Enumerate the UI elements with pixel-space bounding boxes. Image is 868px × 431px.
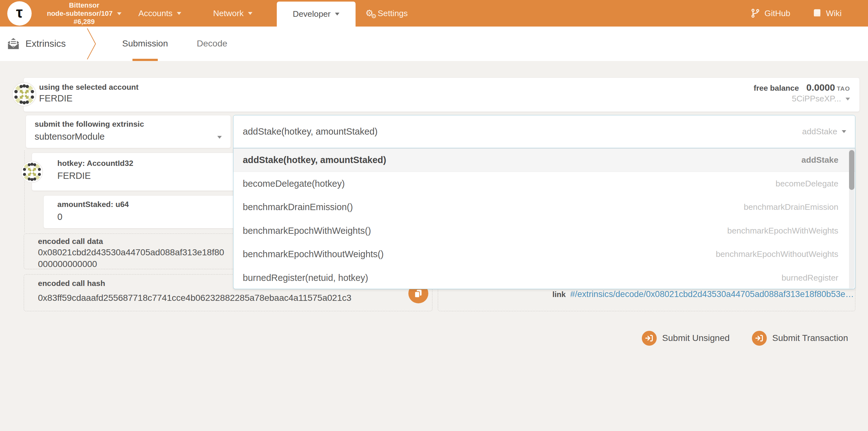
chain-selector[interactable]: Bittensor node-subtensor/107 #6,289 [34,1,134,26]
tab-bar: Extrinsics Submission Decode [0,27,868,61]
section-title: Extrinsics [26,38,66,49]
tau-logo-glyph: τ [16,5,23,20]
submit-unsigned-button[interactable]: Submit Unsigned [642,331,730,346]
tab-submission[interactable]: Submission [122,27,168,61]
nav-item-network[interactable]: Network [213,0,252,27]
module-value: subtensorModule [35,131,105,142]
account-name: FERDIE [39,93,73,104]
bittensor-logo[interactable]: τ [7,1,32,26]
chevron-down-icon [177,12,181,15]
module-select[interactable]: submit the following extrinsic subtensor… [26,115,231,148]
dropdown-scrollbar-thumb[interactable] [849,150,855,190]
account-label: using the selected account [39,83,139,92]
book-icon [813,8,822,18]
link-label: link [552,290,566,299]
selected-account-card: using the selected account FERDIE free b… [23,77,860,112]
action-buttons: Submit Unsigned Submit Transaction [642,331,848,346]
menu-item-addStake[interactable]: addStake(hotkey, amountStaked) addStake [234,148,855,172]
call-hash-label: encoded call hash [38,279,105,288]
menu-item-burnedRegister[interactable]: burnedRegister(netuid, hotkey) burnedReg… [234,266,855,289]
chain-name: Bittensor [34,1,134,9]
account-address-dropdown[interactable]: 5CiPPseXP... [792,94,850,104]
account-identicon[interactable] [12,82,36,106]
wiki-link[interactable]: Wiki [813,0,842,27]
method-selected-hint: addStake [802,127,837,136]
chevron-down-icon [248,12,252,15]
hotkey-value: FERDIE [57,171,91,181]
sign-in-icon [752,331,767,346]
chevron-down-icon [845,98,850,100]
call-data-line2: 000000000000 [38,259,97,269]
hotkey-identicon [21,161,43,183]
submit-transaction-button[interactable]: Submit Transaction [752,331,848,346]
call-data-label: encoded call data [38,237,103,246]
method-selected-value: addStake(hotkey, amountStaked) [243,126,378,137]
cogs-icon: ⚙⚙ [365,9,373,18]
nav-item-accounts[interactable]: Accounts [138,0,182,27]
hotkey-label: hotkey: AccountId32 [57,159,133,168]
chevron-down-icon [842,130,846,133]
chevron-down-icon [335,13,339,15]
app-header: τ Bittensor node-subtensor/107 #6,289 Ac… [0,0,868,27]
chevron-down-icon [217,136,222,139]
balance-value: 0.0000 [806,82,835,93]
menu-item-benchmarkEpochWithWeights[interactable]: benchmarkEpochWithWeights() benchmarkEpo… [234,219,855,242]
module-label: submit the following extrinsic [35,120,144,129]
chain-node: node-subtensor/107 [34,9,134,18]
balance-unit: TAO [837,85,850,92]
chain-block-number: #6,289 [34,18,134,26]
amount-label: amountStaked: u64 [57,200,129,209]
copy-icon [413,289,423,298]
section-divider-chevron [87,28,97,60]
sign-in-icon [642,331,657,346]
extrinsics-icon [7,38,20,50]
method-select[interactable]: addStake(hotkey, amountStaked) addStake [233,115,855,148]
github-link[interactable]: GitHub [751,0,790,27]
free-balance: free balance 0.0000TAO [754,82,850,93]
nav-item-developer[interactable]: Developer [277,2,355,27]
polkadot-apps-page: τ Bittensor node-subtensor/107 #6,289 Ac… [0,0,868,431]
decode-link[interactable]: #/extrinsics/decode/0x08021cbd2d43530a44… [570,289,854,299]
call-hash-value: 0x83ff59cdaaafd255687718c7741cce4b062328… [38,293,351,303]
menu-item-benchmarkEpochWithoutWeights[interactable]: benchmarkEpochWithoutWeights() benchmark… [234,243,855,266]
tab-decode[interactable]: Decode [197,27,227,61]
nav-item-settings[interactable]: ⚙⚙ Settings [365,0,408,27]
method-dropdown-menu: addStake(hotkey, amountStaked) addStake … [233,148,855,289]
git-branch-icon [751,8,760,18]
dropdown-scrollbar-track [849,149,855,289]
menu-item-benchmarkDrainEmission[interactable]: benchmarkDrainEmission() benchmarkDrainE… [234,196,855,219]
chevron-down-icon [117,12,121,15]
amount-value: 0 [57,212,62,222]
call-data-line1: 0x08021cbd2d43530a44705ad088af313e18f80 [38,247,224,258]
menu-item-becomeDelegate[interactable]: becomeDelegate(hotkey) becomeDelegate [234,172,855,195]
